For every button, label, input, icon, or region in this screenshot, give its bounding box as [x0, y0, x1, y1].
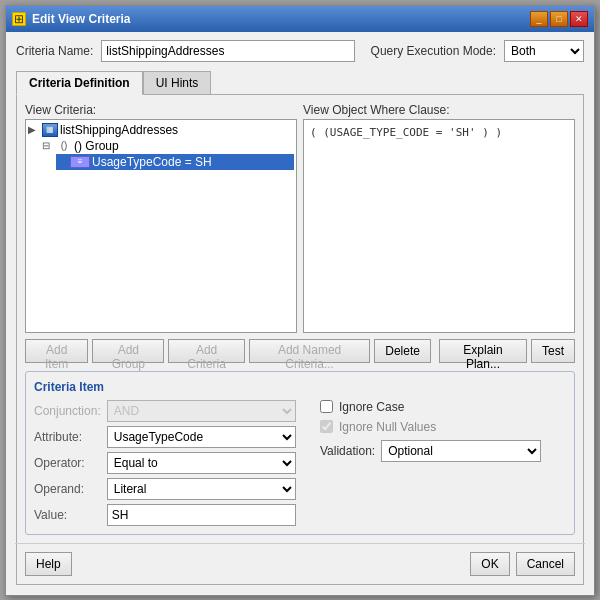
- conjunction-select[interactable]: AND: [107, 400, 296, 422]
- criteria-item-columns: Conjunction: AND Attribute: UsageTypeCod…: [34, 400, 566, 526]
- tab-content: View Criteria: ▶ ▦ listShippingAddresses…: [16, 94, 584, 585]
- validation-label: Validation:: [320, 444, 375, 458]
- criteria-item-right: Ignore Case Ignore Null Values Validatio…: [304, 400, 566, 526]
- value-label: Value:: [34, 508, 101, 522]
- criteria-name-input[interactable]: [101, 40, 354, 62]
- ignore-null-checkbox[interactable]: [320, 420, 333, 433]
- ignore-case-row: Ignore Case: [320, 400, 566, 414]
- expand-group[interactable]: ⊟: [42, 140, 54, 151]
- add-criteria-button[interactable]: Add Criteria: [168, 339, 245, 363]
- tree-item-root[interactable]: ▶ ▦ listShippingAddresses: [28, 122, 294, 138]
- window-body: Criteria Name: Query Execution Mode: Bot…: [6, 32, 594, 595]
- title-buttons: _ □ ✕: [530, 11, 588, 27]
- criteria-item-title: Criteria Item: [34, 380, 566, 394]
- view-criteria-label: View Criteria:: [25, 103, 297, 117]
- add-group-button[interactable]: Add Group: [92, 339, 164, 363]
- tree-item-group[interactable]: ⊟ () () Group: [42, 138, 294, 154]
- operand-select[interactable]: Literal Parameter Expression: [107, 478, 296, 500]
- add-named-criteria-button[interactable]: Add Named Criteria...: [249, 339, 370, 363]
- operand-label: Operand:: [34, 482, 101, 496]
- tabs-row: Criteria Definition UI Hints: [16, 70, 584, 94]
- qem-label: Query Execution Mode:: [371, 44, 496, 58]
- close-button[interactable]: ✕: [570, 11, 588, 27]
- where-clause-content: ( (USAGE_TYPE_CODE = 'SH' ) ): [303, 119, 575, 333]
- criteria-item-left: Conjunction: AND Attribute: UsageTypeCod…: [34, 400, 296, 526]
- operator-select[interactable]: Equal to Not equal to Greater than Less …: [107, 452, 296, 474]
- minimize-button[interactable]: _: [530, 11, 548, 27]
- two-panel: View Criteria: ▶ ▦ listShippingAddresses…: [25, 103, 575, 333]
- delete-button[interactable]: Delete: [374, 339, 431, 363]
- criteria-name-row: Criteria Name: Query Execution Mode: Bot…: [16, 40, 584, 62]
- expand-attr: [56, 156, 68, 167]
- value-input[interactable]: [107, 504, 296, 526]
- bottom-right-buttons: OK Cancel: [470, 552, 575, 576]
- where-clause-text: ( (USAGE_TYPE_CODE = 'SH' ) ): [306, 122, 572, 143]
- main-window: ⊞ Edit View Criteria _ □ ✕ Criteria Name…: [5, 5, 595, 596]
- attribute-select[interactable]: UsageTypeCode: [107, 426, 296, 448]
- view-criteria-tree[interactable]: ▶ ▦ listShippingAddresses ⊟ () () Group: [25, 119, 297, 333]
- where-clause-panel: View Object Where Clause: ( (USAGE_TYPE_…: [303, 103, 575, 333]
- group-icon: (): [56, 139, 72, 153]
- criteria-item-section: Criteria Item Conjunction: AND Attribute…: [25, 371, 575, 535]
- ok-button[interactable]: OK: [470, 552, 509, 576]
- title-bar: ⊞ Edit View Criteria _ □ ✕: [6, 6, 594, 32]
- test-button[interactable]: Test: [531, 339, 575, 363]
- ci-grid: Conjunction: AND Attribute: UsageTypeCod…: [34, 400, 296, 526]
- where-clause-label: View Object Where Clause:: [303, 103, 575, 117]
- attribute-label: Attribute:: [34, 430, 101, 444]
- explain-plan-button[interactable]: Explain Plan...: [439, 339, 527, 363]
- add-item-button[interactable]: Add Item: [25, 339, 88, 363]
- bottom-bar: Help OK Cancel: [15, 543, 585, 576]
- operator-label: Operator:: [34, 456, 101, 470]
- conjunction-label: Conjunction:: [34, 404, 101, 418]
- ignore-case-checkbox[interactable]: [320, 400, 333, 413]
- tab-ui-hints[interactable]: UI Hints: [143, 71, 212, 95]
- attr-icon: ≡: [70, 156, 90, 168]
- expand-root[interactable]: ▶: [28, 124, 40, 135]
- validation-row: Validation: Optional Required None: [320, 440, 566, 462]
- help-button[interactable]: Help: [25, 552, 72, 576]
- ignore-null-row: Ignore Null Values: [320, 420, 566, 434]
- tab-criteria-definition[interactable]: Criteria Definition: [16, 71, 143, 95]
- view-criteria-panel: View Criteria: ▶ ▦ listShippingAddresses…: [25, 103, 297, 333]
- cancel-button[interactable]: Cancel: [516, 552, 575, 576]
- db-icon: ▦: [42, 123, 58, 137]
- criteria-name-label: Criteria Name:: [16, 44, 93, 58]
- window-title: Edit View Criteria: [32, 12, 524, 26]
- validation-select[interactable]: Optional Required None: [381, 440, 541, 462]
- maximize-button[interactable]: □: [550, 11, 568, 27]
- tree-item-attr[interactable]: ≡ UsageTypeCode = SH: [56, 154, 294, 170]
- window-icon: ⊞: [12, 12, 26, 26]
- ignore-case-label: Ignore Case: [339, 400, 404, 414]
- action-buttons-row: Add Item Add Group Add Criteria Add Name…: [25, 339, 575, 363]
- ignore-null-label: Ignore Null Values: [339, 420, 436, 434]
- qem-select[interactable]: Both Database In-Memory: [504, 40, 584, 62]
